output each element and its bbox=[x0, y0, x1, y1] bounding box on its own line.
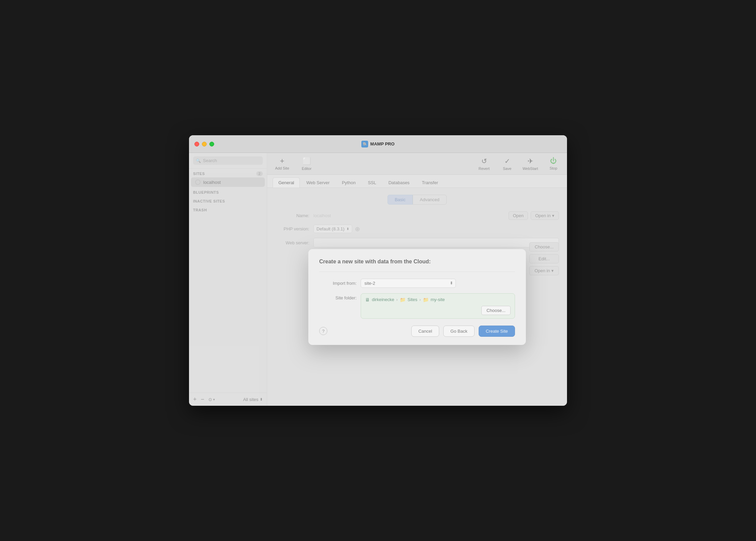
localhost-label: localhost bbox=[203, 180, 221, 185]
folder-choose-button[interactable]: Choose... bbox=[481, 306, 511, 315]
tab-general[interactable]: General bbox=[273, 177, 300, 188]
site-folder-label: Site folder: bbox=[319, 293, 357, 300]
trash-label: TRASH bbox=[193, 208, 207, 212]
stop-label: Stop bbox=[550, 166, 557, 170]
tab-web-server[interactable]: Web Server bbox=[300, 177, 335, 188]
toolbar-left: + Add Site ⬜ Editor bbox=[273, 157, 315, 171]
folder-icon-3: 📁 bbox=[423, 297, 429, 302]
folder-choose-row: Choose... bbox=[365, 306, 511, 315]
maximize-button[interactable] bbox=[209, 142, 214, 146]
dialog-footer: ? Cancel Go Back Create Site bbox=[319, 326, 515, 337]
all-sites-label: All sites bbox=[243, 397, 258, 402]
site-folder-row: Site folder: 🖥 dirkeinecke › 📁 Sites › � bbox=[319, 293, 515, 319]
blueprints-label: BLUEPRINTS bbox=[193, 190, 219, 194]
import-from-select[interactable]: site-2 bbox=[361, 279, 456, 288]
create-site-button[interactable]: Create Site bbox=[479, 326, 515, 337]
more-button[interactable]: ⊙▾ bbox=[208, 397, 215, 402]
revert-icon: ↺ bbox=[481, 157, 487, 165]
add-button[interactable]: + bbox=[193, 396, 197, 402]
app-window: 🐘 MAMP PRO 🔍 SITES 2 localhost BLUE bbox=[189, 135, 567, 406]
site-status-icon bbox=[195, 179, 201, 185]
search-icon: 🔍 bbox=[196, 158, 201, 163]
folder-icon-2: 📁 bbox=[400, 297, 406, 302]
stop-icon: ⏻ bbox=[550, 157, 557, 165]
search-wrapper[interactable]: 🔍 bbox=[193, 156, 263, 165]
dialog-title: Create a new site with data from the Clo… bbox=[319, 259, 515, 265]
save-icon: ✓ bbox=[504, 157, 510, 165]
tab-transfer[interactable]: Transfer bbox=[416, 177, 444, 188]
dialog-overlay: Create a new site with data from the Clo… bbox=[267, 188, 567, 406]
go-back-button[interactable]: Go Back bbox=[443, 326, 475, 337]
sites-label: SITES bbox=[193, 172, 205, 176]
revert-label: Revert bbox=[479, 167, 489, 171]
tab-ssl[interactable]: SSL bbox=[362, 177, 382, 188]
import-from-label: Import from: bbox=[319, 279, 357, 286]
add-site-button[interactable]: + Add Site bbox=[273, 157, 292, 170]
add-site-label: Add Site bbox=[275, 166, 289, 170]
folder-part1: dirkeinecke bbox=[372, 297, 394, 302]
import-from-row: Import from: site-2 ⬍ bbox=[319, 279, 515, 288]
titlebar: 🐘 MAMP PRO bbox=[189, 135, 567, 153]
folder-sep-2: › bbox=[419, 297, 421, 302]
add-site-icon: + bbox=[280, 157, 285, 165]
toolbar: + Add Site ⬜ Editor ↺ Revert ✓ Save bbox=[267, 153, 567, 175]
cancel-button[interactable]: Cancel bbox=[411, 326, 439, 337]
folder-sep-1: › bbox=[396, 297, 398, 302]
mamp-icon: 🐘 bbox=[361, 141, 368, 147]
inactive-sites-header: INACTIVE SITES bbox=[189, 196, 267, 205]
search-input[interactable] bbox=[203, 158, 260, 163]
dialog-divider bbox=[319, 272, 515, 272]
minimize-button[interactable] bbox=[202, 142, 207, 146]
help-button[interactable]: ? bbox=[319, 327, 327, 335]
site-folder-content: 🖥 dirkeinecke › 📁 Sites › 📁 my-site bbox=[361, 293, 515, 319]
revert-button[interactable]: ↺ Revert bbox=[476, 157, 492, 171]
all-sites-chevron: ⬍ bbox=[260, 397, 263, 402]
folder-path: 🖥 dirkeinecke › 📁 Sites › 📁 my-site bbox=[365, 297, 511, 302]
save-label: Save bbox=[503, 167, 511, 171]
app-title: MAMP PRO bbox=[370, 141, 394, 146]
footer-actions: Cancel Go Back Create Site bbox=[411, 326, 515, 337]
content-area: Basic Advanced Name: localhost Open Open… bbox=[267, 188, 567, 406]
tab-bar: General Web Server Python SSL Databases … bbox=[267, 175, 567, 188]
stop-button[interactable]: ⏻ Stop bbox=[545, 157, 562, 170]
editor-icon: ⬜ bbox=[303, 157, 311, 165]
title-bar-content: 🐘 MAMP PRO bbox=[361, 141, 394, 147]
remove-button[interactable]: − bbox=[201, 396, 205, 402]
webstart-icon: ✈ bbox=[528, 157, 533, 165]
tab-databases[interactable]: Databases bbox=[383, 177, 415, 188]
sites-count: 2 bbox=[256, 171, 263, 176]
tab-python[interactable]: Python bbox=[336, 177, 361, 188]
right-panel: + Add Site ⬜ Editor ↺ Revert ✓ Save bbox=[267, 153, 567, 406]
sidebar-item-localhost[interactable]: localhost bbox=[191, 177, 265, 187]
sites-section-header: SITES 2 bbox=[189, 169, 267, 177]
trash-header: TRASH bbox=[189, 205, 267, 213]
save-button[interactable]: ✓ Save bbox=[499, 157, 515, 171]
main-content: 🔍 SITES 2 localhost BLUEPRINTS INACTIVE … bbox=[189, 153, 567, 406]
all-sites-selector[interactable]: All sites ⬍ bbox=[243, 397, 263, 402]
folder-icon-1: 🖥 bbox=[365, 297, 370, 302]
traffic-lights bbox=[194, 142, 214, 146]
create-site-dialog: Create a new site with data from the Clo… bbox=[308, 249, 526, 345]
inactive-sites-label: INACTIVE SITES bbox=[193, 199, 225, 203]
folder-part2: Sites bbox=[408, 297, 417, 302]
webstart-label: WebStart bbox=[522, 167, 538, 171]
search-bar: 🔍 bbox=[189, 153, 267, 169]
folder-part3: my-site bbox=[431, 297, 445, 302]
import-from-select-wrapper: site-2 ⬍ bbox=[361, 279, 456, 288]
editor-button[interactable]: ⬜ Editor bbox=[298, 157, 315, 171]
editor-label: Editor bbox=[302, 167, 312, 171]
sidebar-footer: + − ⊙▾ All sites ⬍ bbox=[189, 392, 267, 406]
sidebar: 🔍 SITES 2 localhost BLUEPRINTS INACTIVE … bbox=[189, 153, 267, 406]
close-button[interactable] bbox=[194, 142, 199, 146]
footer-left: + − ⊙▾ bbox=[193, 396, 215, 402]
blueprints-header: BLUEPRINTS bbox=[189, 187, 267, 196]
webstart-button[interactable]: ✈ WebStart bbox=[522, 157, 538, 171]
